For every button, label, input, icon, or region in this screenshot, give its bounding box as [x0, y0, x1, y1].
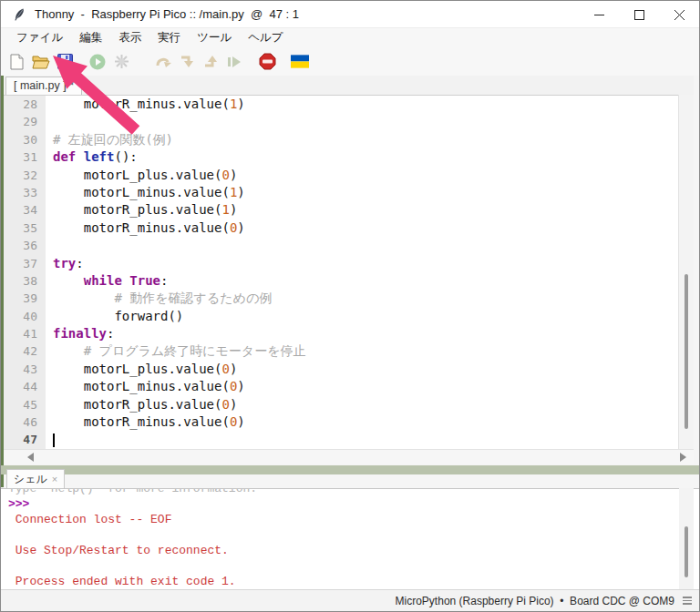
editor-scroll-thumb[interactable] — [685, 274, 688, 429]
menu-item[interactable]: 実行 — [149, 28, 189, 47]
code-text: motorR_plus.value(1) — [46, 201, 237, 219]
step-over-icon[interactable] — [154, 53, 172, 71]
editor-horizontal-scrollbar[interactable] — [4, 449, 694, 464]
text-cursor — [53, 434, 55, 447]
code-line[interactable]: 41finally: — [4, 325, 694, 342]
step-out-icon[interactable] — [201, 53, 220, 71]
shell-scroll-thumb[interactable] — [685, 526, 688, 577]
code-text: # プログラム終了時にモーターを停止 — [46, 342, 306, 360]
editor-tab-row: [ main.py ] * — [4, 76, 694, 95]
line-number: 40 — [4, 308, 46, 325]
line-number: 47 — [4, 431, 46, 448]
minimize-button[interactable] — [579, 1, 619, 28]
code-text: def left(): — [46, 148, 138, 166]
code-line[interactable]: 36 — [4, 237, 694, 254]
menu-item[interactable]: ツール — [189, 28, 240, 47]
line-number: 32 — [4, 167, 46, 184]
line-number: 29 — [4, 113, 46, 130]
editor-vertical-scrollbar[interactable] — [678, 95, 694, 449]
thonny-window: Thonny - Raspberry Pi Pico :: /main.py @… — [0, 0, 700, 612]
code-text: while True: — [46, 272, 168, 290]
code-text: motorR_minus.value(0) — [46, 413, 245, 431]
tab-main-py[interactable]: [ main.py ] * — [5, 76, 82, 95]
line-number: 42 — [4, 342, 46, 360]
save-file-icon[interactable] — [56, 53, 74, 71]
code-line[interactable]: 44 motorL_minus.value(0) — [4, 378, 694, 395]
menu-item[interactable]: ファイル — [8, 28, 71, 47]
code-line[interactable]: 29 — [4, 113, 694, 130]
shell-line — [8, 527, 699, 543]
resume-icon[interactable] — [225, 53, 243, 71]
code-text — [46, 431, 55, 448]
code-line[interactable]: 33 motorL_minus.value(1) — [4, 184, 694, 201]
scroll-right-arrow-icon[interactable] — [680, 453, 686, 462]
code-text — [46, 237, 53, 254]
code-line[interactable]: 45 motorR_plus.value(0) — [4, 396, 694, 413]
shell-line: Process ended with exit code 1. — [8, 574, 699, 589]
code-text: # 左旋回の関数(例) — [46, 131, 173, 148]
thonny-feather-icon — [12, 7, 26, 22]
statusbar-grip-icon[interactable] — [683, 597, 692, 605]
interpreter-status[interactable]: MicroPython (Raspberry Pi Pico) • Board … — [396, 595, 674, 607]
stop-icon[interactable] — [258, 53, 276, 71]
code-line[interactable]: 46 motorR_minus.value(0) — [4, 413, 694, 431]
panel-separator — [1, 465, 699, 474]
open-file-icon[interactable] — [32, 53, 50, 71]
status-bar: MicroPython (Raspberry Pi Pico) • Board … — [1, 589, 699, 611]
shell-tab-close-icon[interactable]: × — [52, 474, 57, 484]
code-line[interactable]: 34 motorR_plus.value(1) — [4, 201, 694, 219]
line-number: 36 — [4, 237, 46, 254]
line-number: 33 — [4, 184, 46, 201]
maximize-button[interactable] — [619, 1, 659, 28]
line-number: 43 — [4, 361, 46, 378]
code-line[interactable]: 35 motorR_minus.value(0) — [4, 219, 694, 237]
new-file-icon[interactable] — [8, 53, 26, 71]
code-text — [46, 113, 53, 130]
code-line[interactable]: 31def left(): — [4, 148, 694, 166]
menu-item[interactable]: 表示 — [110, 28, 149, 47]
code-line[interactable]: 40 forward() — [4, 308, 694, 325]
code-line[interactable]: 47 — [4, 431, 694, 448]
code-text: motorR_plus.value(0) — [46, 396, 237, 413]
shell-vertical-scrollbar[interactable] — [679, 488, 694, 591]
code-line[interactable]: 42 # プログラム終了時にモーターを停止 — [4, 342, 694, 360]
shell-line: Connection lost -- EOF — [8, 512, 699, 527]
window-title: Thonny - Raspberry Pi Pico :: /main.py @… — [35, 7, 299, 21]
code-line[interactable]: 28 motorR_minus.value(1) — [4, 96, 694, 113]
code-line[interactable]: 37try: — [4, 255, 694, 272]
code-text: motorL_minus.value(0) — [46, 378, 245, 395]
line-number: 28 — [4, 96, 46, 113]
code-line[interactable]: 39 # 動作を確認するための例 — [4, 290, 694, 307]
menu-bar: ファイル編集表示実行ツールヘルプ — [1, 28, 699, 47]
shell-line: >>> — [8, 496, 699, 512]
scroll-left-arrow-icon[interactable] — [27, 453, 34, 462]
line-number: 46 — [4, 413, 46, 431]
menu-item[interactable]: ヘルプ — [240, 28, 291, 47]
code-line[interactable]: 32 motorL_plus.value(0) — [4, 167, 694, 184]
line-number: 39 — [4, 290, 46, 307]
code-line[interactable]: 43 motorL_plus.value(0) — [4, 361, 694, 378]
shell-panel[interactable]: Type "help()" for more information.>>> C… — [1, 488, 699, 591]
line-number: 34 — [4, 201, 46, 219]
title-bar: Thonny - Raspberry Pi Pico :: /main.py @… — [1, 1, 699, 28]
line-number: 35 — [4, 219, 46, 237]
step-into-icon[interactable] — [178, 53, 196, 71]
code-text: motorL_plus.value(0) — [46, 167, 237, 184]
close-button[interactable] — [659, 1, 699, 28]
line-number: 31 — [4, 148, 46, 166]
line-number: 38 — [4, 272, 46, 290]
line-number: 45 — [4, 396, 46, 413]
ukraine-flag-icon[interactable] — [291, 53, 309, 71]
code-line[interactable]: 30# 左旋回の関数(例) — [4, 131, 694, 148]
code-editor[interactable]: 28 motorR_minus.value(1)2930# 左旋回の関数(例)3… — [4, 95, 694, 449]
menu-item[interactable]: 編集 — [71, 28, 110, 47]
code-text: forward() — [46, 308, 183, 325]
debug-icon[interactable] — [112, 53, 130, 71]
tab-shell[interactable]: シェル × — [6, 469, 65, 488]
line-number: 37 — [4, 255, 46, 272]
run-icon[interactable] — [88, 53, 107, 71]
code-line[interactable]: 38 while True: — [4, 272, 694, 290]
shell-line: Use Stop/Restart to reconnect. — [8, 543, 699, 558]
line-number: 44 — [4, 378, 46, 395]
code-text: motorL_plus.value(0) — [46, 361, 237, 378]
